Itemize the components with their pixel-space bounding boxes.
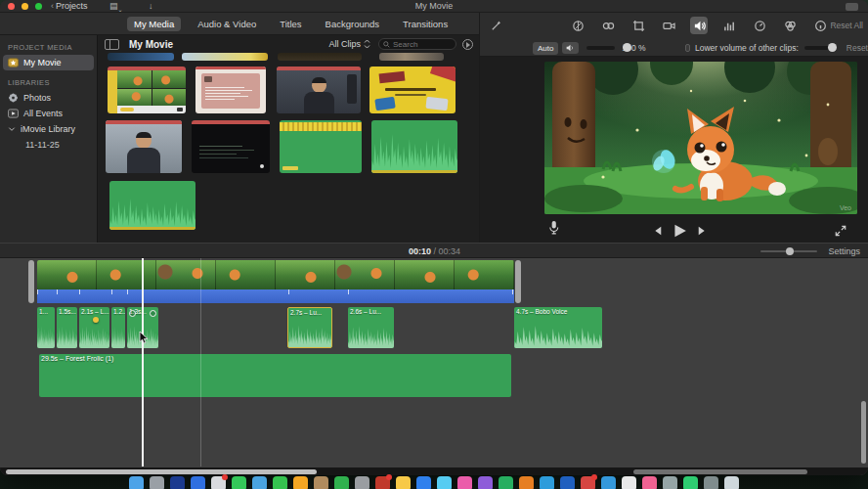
tab-my-media[interactable]: My Media <box>127 17 181 31</box>
tab-transitions[interactable]: Transitions <box>396 17 455 31</box>
dock-app-icon[interactable] <box>519 476 534 489</box>
media-thumbnail-document[interactable] <box>195 67 266 113</box>
macos-dock[interactable] <box>0 476 868 489</box>
sidebar-item-my-movie[interactable]: My Movie <box>3 55 94 70</box>
dock-app-icon[interactable] <box>622 476 636 489</box>
dock-app-icon[interactable] <box>642 476 657 489</box>
enhance-wand-icon[interactable] <box>487 17 504 34</box>
timeline-audio-clip[interactable]: 1.5s... <box>57 307 77 348</box>
lower-volume-slider[interactable] <box>804 46 833 50</box>
reset-button[interactable]: Reset <box>846 43 868 53</box>
media-thumbnail[interactable] <box>379 53 444 61</box>
media-thumbnail[interactable] <box>182 53 268 61</box>
dock-trash-icon[interactable] <box>724 476 739 489</box>
timeline-audio-clip-selected[interactable]: 2.7s – Lu... <box>287 307 332 348</box>
skip-forward-button[interactable] <box>697 223 709 241</box>
reset-all-button[interactable]: Reset All <box>830 21 863 30</box>
timeline-vertical-scrollbar[interactable] <box>861 401 866 464</box>
dock-app-icon[interactable] <box>396 476 411 489</box>
lower-volume-checkbox[interactable] <box>685 44 690 52</box>
media-thumbnail[interactable] <box>278 53 362 61</box>
noise-reduction-icon[interactable] <box>720 17 738 34</box>
timeline-music-clip[interactable]: 29.5s – Forest Frolic (1) <box>39 354 511 397</box>
playhead[interactable] <box>142 258 144 467</box>
dock-app-icon[interactable] <box>355 476 369 489</box>
dock-app-icon[interactable] <box>478 476 493 489</box>
volume-icon[interactable] <box>690 17 708 34</box>
dock-app-icon[interactable] <box>252 476 267 489</box>
auto-volume-button[interactable]: Auto <box>533 42 558 55</box>
video-audio-waveform-bar[interactable] <box>37 289 514 303</box>
play-button[interactable] <box>672 223 687 243</box>
timeline-settings-button[interactable]: Settings <box>828 246 860 256</box>
sidebar-toggle-icon[interactable] <box>105 39 119 50</box>
timeline-horizontal-scrollbar[interactable] <box>0 467 868 475</box>
color-correction-icon[interactable] <box>599 17 617 34</box>
timeline-audio-clip[interactable]: 1... <box>37 307 55 348</box>
fullscreen-icon[interactable] <box>835 223 846 241</box>
sidebar-item-event-date[interactable]: 11-11-25 <box>0 137 97 153</box>
dock-app-icon[interactable] <box>704 476 718 489</box>
timeline-video-clip[interactable] <box>37 260 514 289</box>
hscroll-thumb-secondary[interactable] <box>633 469 807 474</box>
clip-trim-handle-left[interactable] <box>28 260 34 303</box>
media-thumbnail-promo[interactable] <box>369 67 456 113</box>
dock-app-icon[interactable] <box>375 476 390 489</box>
mute-speaker-button[interactable] <box>562 42 579 54</box>
clip-filter-icon[interactable] <box>781 17 799 34</box>
dock-app-icon[interactable] <box>150 476 164 489</box>
tab-audio-video[interactable]: Audio & Video <box>191 17 263 31</box>
dock-app-icon[interactable] <box>170 476 185 489</box>
dock-app-icon[interactable] <box>499 476 513 489</box>
timeline-audio-clip[interactable]: 2.6s – Lu... <box>348 307 394 348</box>
dock-app-icon[interactable] <box>211 476 226 489</box>
media-thumbnail[interactable] <box>108 53 174 61</box>
lower-volume-knob[interactable] <box>828 43 837 52</box>
media-thumbnail-audio[interactable] <box>109 181 195 230</box>
dock-app-icon[interactable] <box>560 476 575 489</box>
dock-app-icon[interactable] <box>191 476 205 489</box>
tab-backgrounds[interactable]: Backgrounds <box>319 17 386 31</box>
clip-info-icon[interactable] <box>811 17 829 34</box>
crop-icon[interactable] <box>629 17 647 34</box>
voiceover-mic-icon[interactable] <box>548 220 559 239</box>
media-thumbnail-audio[interactable] <box>371 120 457 173</box>
color-balance-icon[interactable] <box>569 17 586 34</box>
speed-icon[interactable] <box>751 17 768 34</box>
hscroll-thumb[interactable] <box>6 469 317 474</box>
media-thumbnail-person[interactable] <box>106 120 182 173</box>
tab-titles[interactable]: Titles <box>273 17 308 31</box>
dock-app-icon[interactable] <box>683 476 698 489</box>
zoom-slider-knob[interactable] <box>786 247 794 255</box>
circled-arrow-icon[interactable] <box>462 39 473 50</box>
search-field[interactable] <box>378 38 456 50</box>
dock-app-icon[interactable] <box>601 476 616 489</box>
timeline-zoom-slider[interactable] <box>760 250 817 252</box>
sidebar-item-photos[interactable]: Photos <box>0 90 97 106</box>
dock-app-icon[interactable] <box>437 476 452 489</box>
dock-app-icon[interactable] <box>129 476 144 489</box>
timeline-audio-clip[interactable]: 1.2... <box>111 307 125 348</box>
timeline-audio-clip[interactable]: 2.1s – L... <box>79 307 109 348</box>
dock-app-icon[interactable] <box>314 476 328 489</box>
beat-marker-dot[interactable] <box>93 317 99 323</box>
sidebar-item-all-events[interactable]: All Events <box>0 106 97 121</box>
dock-app-icon[interactable] <box>663 476 677 489</box>
fade-handle[interactable] <box>129 310 136 317</box>
clip-trim-handle-right[interactable] <box>515 260 521 303</box>
dock-app-icon[interactable] <box>457 476 472 489</box>
search-input[interactable] <box>393 40 452 49</box>
media-thumbnail-audio[interactable] <box>280 120 362 173</box>
dock-app-icon[interactable] <box>334 476 349 489</box>
skip-back-button[interactable] <box>651 223 663 241</box>
dock-app-icon[interactable] <box>540 476 554 489</box>
dock-app-icon[interactable] <box>581 476 595 489</box>
dock-app-icon[interactable] <box>416 476 431 489</box>
clip-volume-slider[interactable] <box>586 46 615 50</box>
media-thumbnail-person[interactable] <box>277 67 361 113</box>
sidebar-item-imovie-library[interactable]: iMovie Library <box>0 121 97 137</box>
media-thumbnail-video[interactable] <box>108 67 186 113</box>
stabilization-camera-icon[interactable] <box>660 17 677 34</box>
dock-app-icon[interactable] <box>293 476 308 489</box>
fade-handle[interactable] <box>150 310 156 317</box>
